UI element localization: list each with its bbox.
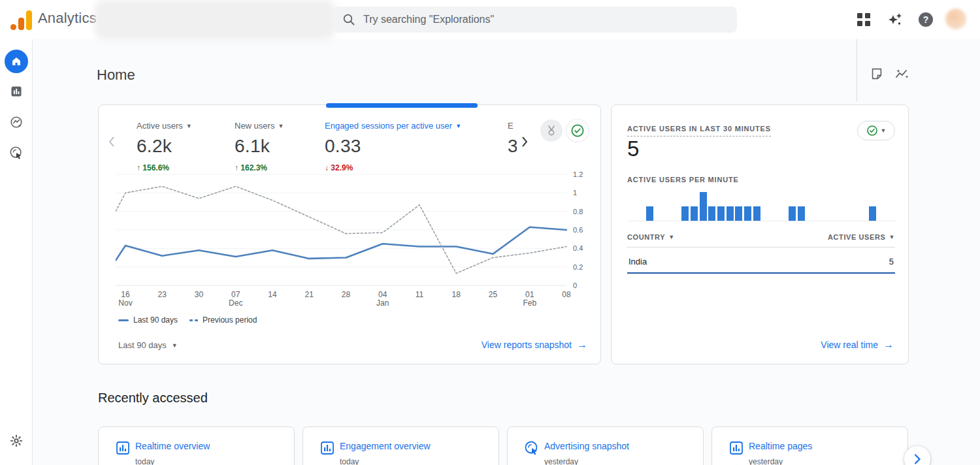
minute-slot	[859, 189, 868, 221]
svg-text:1: 1	[573, 189, 577, 197]
svg-text:1.2: 1.2	[573, 170, 583, 178]
realtime-title: ACTIVE USERS IN LAST 30 MINUTES	[627, 125, 771, 136]
metric-label-dropdown[interactable]: New users▼	[235, 121, 284, 131]
minute-bar	[700, 192, 707, 221]
minute-bar	[753, 206, 760, 221]
check-circle-icon	[866, 125, 878, 136]
svg-text:0: 0	[573, 281, 577, 289]
table-row: India5	[627, 251, 895, 274]
country-column-sort[interactable]: COUNTRY▼	[627, 233, 675, 241]
x-tick-label: 11	[416, 291, 423, 299]
minute-slot	[806, 189, 815, 221]
x-tick-label: 21	[305, 291, 314, 299]
note-icon[interactable]	[868, 65, 885, 82]
report-icon	[728, 440, 744, 456]
minute-bar	[798, 206, 805, 221]
sparkle-insights-icon[interactable]	[886, 10, 904, 29]
sidebar-item-admin[interactable]	[0, 428, 33, 454]
x-tick-label: 08	[562, 291, 570, 299]
active-users-column-sort[interactable]: ACTIVE USERS▼	[828, 233, 895, 241]
avatar[interactable]	[945, 8, 966, 29]
advertising-icon	[524, 440, 540, 456]
minute-slot	[708, 189, 717, 221]
minute-slot	[877, 189, 887, 221]
home-icon	[5, 50, 28, 73]
account-switcher-redacted[interactable]	[98, 3, 332, 36]
benchmarking-medal-button[interactable]	[540, 120, 563, 142]
help-icon[interactable]: ?	[917, 10, 935, 29]
chevron-down-icon: ▼	[455, 123, 461, 129]
recent-card-advertising-snapshot[interactable]: Advertising snapshotyesterday	[507, 426, 704, 465]
brand-title: Analytics	[38, 10, 97, 27]
report-icon	[319, 440, 335, 456]
main-content: Home Active users▼6.2k↑ 156.6%New users▼…	[33, 39, 980, 465]
insights-trend-icon[interactable]	[893, 65, 910, 82]
sidebar-item-advertising[interactable]	[0, 140, 33, 166]
x-tick-label: 25	[489, 291, 497, 299]
global-search[interactable]	[333, 7, 737, 33]
svg-text:0.2: 0.2	[573, 263, 583, 271]
minute-slot	[832, 189, 841, 221]
recent-card-realtime-pages[interactable]: Realtime pagesyesterday	[711, 426, 908, 465]
recent-card-engagement-overview[interactable]: Engagement overviewtoday	[302, 426, 499, 465]
recent-card-title: Advertising snapshot	[544, 441, 629, 451]
carousel-scroll-indicator[interactable]	[326, 103, 478, 108]
logo-dot	[10, 24, 16, 30]
view-reports-snapshot-link[interactable]: View reports snapshot →	[482, 339, 587, 351]
users-cell: 5	[889, 257, 894, 266]
recent-card-realtime-overview[interactable]: Realtime overviewtoday	[98, 426, 295, 465]
minute-slot	[698, 189, 708, 221]
recent-card-subtitle: today	[135, 457, 154, 465]
legend-solid-swatch	[118, 319, 129, 321]
reports-icon	[10, 85, 23, 98]
carousel-prev-button[interactable]	[105, 134, 118, 150]
minute-bar	[681, 206, 689, 221]
legend-label: Last 90 days	[133, 315, 178, 325]
minute-bar	[708, 206, 715, 221]
x-tick-label: 30	[195, 291, 203, 299]
sidebar-item-reports[interactable]	[0, 78, 33, 104]
search-icon	[342, 13, 355, 26]
x-tick-label: 07Dec	[229, 291, 242, 308]
chevron-down-icon: ▼	[278, 123, 284, 129]
minute-slot	[743, 189, 753, 221]
apps-grid-icon[interactable]	[855, 10, 873, 29]
sidebar-item-home[interactable]	[0, 48, 33, 74]
chevron-down-icon: ▼	[881, 127, 887, 134]
metric-label-text: Active users	[137, 121, 183, 131]
search-input[interactable]	[363, 14, 728, 25]
date-range-selector[interactable]: Last 90 days ▼	[118, 340, 178, 350]
carousel-next-button[interactable]	[518, 134, 531, 150]
view-real-time-link[interactable]: View real time →	[821, 339, 894, 351]
metric-label-dropdown[interactable]: Active users▼	[137, 121, 192, 131]
metric-label-dropdown[interactable]: Engaged sessions per active user▼	[325, 121, 461, 131]
x-tick-label: 18	[452, 291, 461, 299]
metric-label-text: E	[508, 121, 514, 131]
chevron-right-icon	[911, 453, 924, 465]
metric-value: 6.2k	[137, 136, 192, 157]
minute-bar	[735, 206, 742, 221]
per-minute-label: ACTIVE USERS PER MINUTE	[627, 176, 739, 184]
realtime-status-dropdown[interactable]: ▼	[857, 121, 895, 140]
metric-3: Engaged sessions per active user▼0.33↓ 3…	[325, 121, 461, 172]
chevron-down-icon: ▼	[172, 342, 178, 349]
minute-bar	[646, 206, 653, 221]
recent-card-title: Realtime pages	[749, 441, 812, 451]
x-tick-label: 28	[342, 291, 350, 299]
chevron-down-icon: ▼	[889, 234, 895, 240]
data-quality-check-button[interactable]	[566, 120, 589, 142]
metric-label-dropdown[interactable]: E	[508, 121, 517, 131]
header-divider	[857, 39, 857, 101]
sidebar-item-explore[interactable]	[0, 109, 33, 135]
country-table-header: COUNTRY▼ ACTIVE USERS▼	[627, 233, 895, 248]
minute-slot	[654, 189, 663, 221]
minute-slot	[824, 189, 833, 221]
svg-text:0.4: 0.4	[573, 244, 583, 252]
metric-value: 3	[508, 136, 517, 157]
gear-icon	[9, 434, 24, 448]
minute-slot	[725, 189, 734, 221]
engagement-line-chart: 00.20.40.60.811.2	[116, 170, 586, 293]
per-minute-bar-chart	[627, 189, 895, 221]
recent-card-subtitle: today	[340, 457, 359, 465]
recent-next-button[interactable]	[904, 446, 930, 465]
